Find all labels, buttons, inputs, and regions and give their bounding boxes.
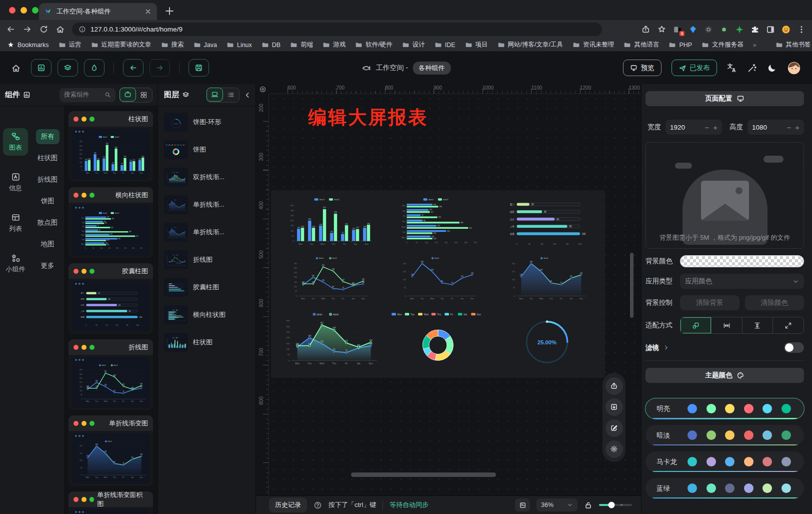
minimize-window-button[interactable] <box>20 7 27 14</box>
layer-item[interactable]: 050100150200MonTueWedThuFriSatSundata112… <box>161 220 252 244</box>
category-地图[interactable]: 地图 <box>36 237 60 252</box>
fit-width-button[interactable] <box>712 317 742 333</box>
ruler-eye-icon[interactable] <box>256 84 269 94</box>
theme-row-蓝绿[interactable]: 蓝绿 <box>646 478 804 498</box>
layer-item[interactable]: 050100150200MonTueWedThuFriSatSundata112… <box>161 193 252 217</box>
charts-drawer-button[interactable] <box>31 59 52 77</box>
browser-profile-avatar[interactable] <box>782 25 790 34</box>
clear-background-button[interactable]: 清除背景 <box>680 295 740 310</box>
close-window-button[interactable] <box>9 7 16 14</box>
browser-home-icon[interactable] <box>56 25 65 34</box>
design-canvas[interactable]: 6007008009001000110012001300 20030040050… <box>256 84 641 514</box>
extensions-puzzle-icon[interactable] <box>750 25 760 34</box>
bookmark-folder[interactable]: DB <box>262 41 280 49</box>
component-card[interactable]: 单折线渐变面积图050100150200MonTueWedThuFriSatSu… <box>68 491 153 514</box>
address-bar[interactable]: 127.0.0.1:3000/#/chart/home/9 <box>72 23 602 36</box>
component-card[interactable]: 柱状图050100150200250300350MonTueWedThuFriS… <box>68 111 153 182</box>
bookmark-folder[interactable]: Linux <box>226 41 252 49</box>
category-折线图[interactable]: 折线图 <box>32 172 63 187</box>
zoom-slider[interactable] <box>599 504 632 506</box>
maximize-window-button[interactable] <box>32 7 38 14</box>
browser-tab[interactable]: 工作空间-各种组件 <box>39 3 157 20</box>
extension-star-icon[interactable] <box>735 25 744 34</box>
bookmark-folder[interactable]: 前端 <box>290 41 313 49</box>
chevron-icon[interactable] <box>663 344 670 351</box>
export-button[interactable] <box>606 377 623 395</box>
bookmark-star-icon[interactable] <box>657 25 666 34</box>
width-minus-button[interactable]: − <box>704 123 709 132</box>
sidebar-item-3[interactable]: 列表 <box>3 209 28 237</box>
new-tab-button[interactable] <box>164 6 175 17</box>
layer-item[interactable]: MonTueWedThuFriSatSun饼图 <box>161 138 252 162</box>
publish-button[interactable]: 已发布 <box>672 60 718 76</box>
extension-circle-icon[interactable] <box>704 25 713 34</box>
layer-item[interactable]: 厦门20南阳40北京60上海80新疆100020406080100胶囊柱图 <box>161 275 252 299</box>
theme-row-明亮[interactable]: 明亮 <box>646 398 804 419</box>
canvas-chart-capsule[interactable]: 厦门20南阳40北京60上海80新疆100020406080100 <box>496 195 598 250</box>
reload-icon[interactable] <box>39 25 48 34</box>
canvas-chart-area[interactable]: 050100150200250300350MonTueWedThuFriSatS… <box>278 308 380 372</box>
background-color-swatch[interactable] <box>680 255 804 267</box>
canvas-text-component[interactable]: 编辑大屏报表 <box>308 105 428 130</box>
component-card[interactable]: 胶囊柱图厦门20南阳40北京60上海80新疆100020406080100 <box>68 263 153 334</box>
canvas-chart-progress-ring[interactable]: 25.00% <box>496 308 598 372</box>
extension-diamond-icon[interactable] <box>688 25 698 34</box>
category-所有[interactable]: 所有 <box>36 129 60 144</box>
sidebar-item-2[interactable]: 信息 <box>3 169 28 196</box>
bookmark-folder[interactable]: PHP <box>668 41 692 49</box>
layer-item[interactable]: 25.00%饼图-环形 <box>161 110 252 134</box>
redo-button[interactable] <box>150 59 170 77</box>
bookmark-folder[interactable]: 运营 <box>58 41 82 49</box>
other-bookmarks[interactable]: 其他书签 <box>776 41 811 49</box>
detail-panel-button[interactable] <box>515 498 530 511</box>
width-plus-button[interactable]: + <box>713 123 718 132</box>
app-type-select[interactable]: 应用颜色 <box>680 274 804 289</box>
zoom-select[interactable]: 36% <box>536 498 578 511</box>
share-icon[interactable] <box>641 25 650 34</box>
magic-wand-icon[interactable] <box>747 63 757 73</box>
help-icon[interactable] <box>314 501 322 509</box>
component-card[interactable]: 横向柱状图data1data2050100150200250300350Sun1… <box>68 187 153 258</box>
horizontal-scrollbar[interactable] <box>351 472 496 477</box>
canvas-chart-pie[interactable]: MonTueWedThuFriSatSun <box>387 308 489 372</box>
bookmark-folder[interactable]: Java <box>194 41 217 49</box>
bookmark-folder[interactable]: 文件服务器 <box>702 41 744 49</box>
search-input[interactable]: 搜索组件 <box>60 88 116 102</box>
category-饼图[interactable]: 饼图 <box>36 194 60 209</box>
slider-knob[interactable] <box>608 502 615 508</box>
canvas-chart-bar[interactable]: 050100150200250300350MonTueWedThuFriSatS… <box>278 195 380 250</box>
layer-item[interactable]: 050100150200250300350MonTueWedThuFriSatS… <box>161 165 252 189</box>
extension-grey-icon[interactable]: 9 <box>673 25 682 34</box>
bookmark-folder[interactable]: 游戏 <box>322 41 346 49</box>
info-icon[interactable] <box>78 26 86 33</box>
bookmark-folder[interactable]: 软件/硬件 <box>355 41 392 49</box>
height-input[interactable]: 1080 −+ <box>748 120 804 135</box>
edit-button[interactable] <box>606 419 623 437</box>
bookmark-folder[interactable]: 近期需要读的文章 <box>91 41 152 49</box>
settings-button[interactable] <box>606 440 623 458</box>
canvas-chart-line[interactable]: 050100150200250300350MonTueWedThuFriSatS… <box>278 254 380 304</box>
bookmark-folder[interactable]: 项目 <box>465 41 488 49</box>
category-柱状图[interactable]: 柱状图 <box>32 151 63 166</box>
vertical-scrollbar[interactable] <box>630 253 634 318</box>
save-button[interactable] <box>188 59 209 77</box>
height-plus-button[interactable]: + <box>795 123 800 132</box>
bookmark-folder[interactable]: 搜索 <box>161 41 184 49</box>
browser-menu-icon[interactable] <box>797 25 806 34</box>
list-view-toggle[interactable] <box>222 88 239 102</box>
user-avatar[interactable] <box>787 61 801 75</box>
category-散点图[interactable]: 散点图 <box>32 215 63 230</box>
layer-item[interactable]: 050100150200250300350MonTueWedThuFriSatS… <box>161 248 252 272</box>
canvas-chart-gradient-line[interactable]: 050100150200MonTueWedThuFriSatSundata112… <box>496 254 598 304</box>
layer-item[interactable]: data1data2050100150200250300350Sun130160… <box>161 303 252 327</box>
filter-toggle[interactable] <box>784 342 804 353</box>
home-icon[interactable] <box>11 63 21 73</box>
bookmark-folder[interactable]: IDE <box>434 41 456 49</box>
clear-color-button[interactable]: 清除颜色 <box>745 295 804 310</box>
extension-green-dot-icon[interactable] <box>720 25 728 34</box>
dark-mode-moon-icon[interactable] <box>767 63 777 73</box>
thumbnail-view-toggle[interactable] <box>206 88 223 102</box>
language-icon[interactable]: 文A <box>727 63 737 73</box>
layers-drawer-button[interactable] <box>58 59 78 77</box>
canvas-chart-single-line[interactable]: 050100150200MonTueWedThuFriSatSundata112… <box>387 254 489 304</box>
